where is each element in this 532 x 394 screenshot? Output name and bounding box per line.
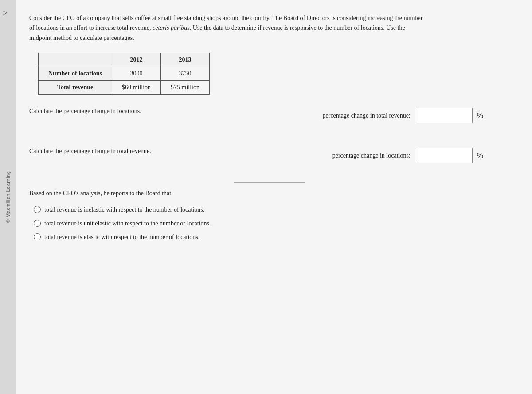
section-1: Calculate the percentage change in locat… [29,108,510,130]
radio-label-3: total revenue is elastic with respect to… [44,232,200,242]
section-2: Calculate the percentage change in total… [29,148,510,170]
section1-answer-row: percentage change in total revenue: % [323,108,483,123]
data-table: 2012 2013 Number of locations 3000 3750 … [38,53,210,95]
section2-answer-input[interactable] [415,148,473,163]
board-intro-text: Based on the CEO's analysis, he reports … [29,190,510,197]
row-label-revenue: Total revenue [39,81,112,95]
section2-percent: % [477,152,483,160]
cell-revenue-2012: $60 million [112,81,161,95]
cell-revenue-2013: $75 million [161,81,210,95]
section2-answer-label: percentage change in locations: [332,152,411,159]
left-sidebar: © Macmillan Learning [0,0,16,394]
table-row: Number of locations 3000 3750 [39,67,210,81]
section2-answer-row: percentage change in locations: % [332,148,483,163]
radio-label-2: total revenue is unit elastic with respe… [44,219,211,228]
section-divider [234,182,305,183]
radio-label-1: total revenue is inelastic with respect … [44,205,204,214]
table-header-2012: 2012 [112,53,161,67]
board-section: Based on the CEO's analysis, he reports … [29,190,510,242]
radio-option-1: total revenue is inelastic with respect … [34,205,510,214]
section1-answer-label: percentage change in total revenue: [323,112,411,119]
page-container: © Macmillan Learning > Consider the CEO … [0,0,532,394]
radio-option-2: total revenue is unit elastic with respe… [34,219,510,228]
radio-group: total revenue is inelastic with respect … [34,205,510,242]
radio-button-2[interactable] [34,220,41,227]
cell-locations-2012: 3000 [112,67,161,81]
table-header-2013: 2013 [161,53,210,67]
content-area: Consider the CEO of a company that sells… [16,0,532,394]
radio-option-3: total revenue is elastic with respect to… [34,232,510,242]
table-row: Total revenue $60 million $75 million [39,81,210,95]
radio-button-3[interactable] [34,233,41,240]
radio-button-1[interactable] [34,206,41,213]
section1-percent: % [477,112,483,120]
section1-answer-input[interactable] [415,108,473,123]
cell-locations-2013: 3750 [161,67,210,81]
table-header-empty [39,53,112,67]
row-label-locations: Number of locations [39,67,112,81]
intro-paragraph: Consider the CEO of a company that sells… [29,13,428,43]
watermark-text: © Macmillan Learning [5,171,11,223]
chevron-left-icon[interactable]: > [3,8,8,18]
